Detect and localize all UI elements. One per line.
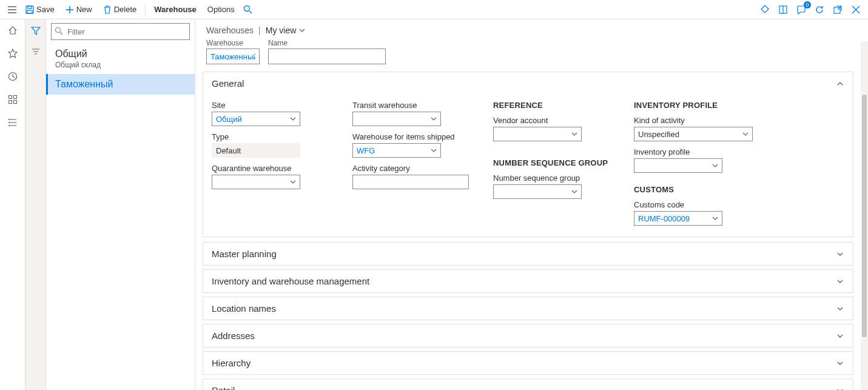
nsg-select[interactable] xyxy=(493,184,582,199)
transit-warehouse-select[interactable] xyxy=(352,112,441,126)
chevron-down-icon xyxy=(836,386,844,391)
chevron-down-icon xyxy=(286,115,300,123)
customs-code-select[interactable]: RUMF-000009 xyxy=(634,211,722,226)
new-button[interactable]: New xyxy=(61,3,97,16)
name-label: Name xyxy=(268,39,386,47)
office-icon[interactable] xyxy=(776,2,790,17)
inventory-profile-select[interactable] xyxy=(634,158,722,173)
customs-code-label: Customs code xyxy=(634,200,755,209)
save-button[interactable]: Save xyxy=(21,3,59,16)
nav-hamburger-icon[interactable] xyxy=(5,2,19,17)
svg-point-13 xyxy=(8,125,10,126)
section-header[interactable]: Retail xyxy=(203,379,853,390)
activity-category-input[interactable] xyxy=(352,175,469,189)
section-title: Inventory and warehouse management xyxy=(212,276,369,286)
filter-funnel-icon[interactable] xyxy=(28,23,44,39)
vendor-account-select[interactable] xyxy=(493,127,582,141)
customs-heading: CUSTOMS xyxy=(634,185,755,194)
list-item[interactable]: ОбщийОбщий склад xyxy=(46,44,195,74)
popout-icon[interactable] xyxy=(830,2,845,17)
chevron-down-icon xyxy=(836,250,844,258)
nsg-heading: NUMBER SEQUENCE GROUP xyxy=(493,158,614,167)
nsg-label: Number sequence group xyxy=(493,173,614,183)
inventory-profile-label: Inventory profile xyxy=(634,147,755,156)
chevron-down-icon xyxy=(298,27,306,34)
list-item-title: Общий xyxy=(55,49,187,59)
chevron-down-icon xyxy=(568,130,581,138)
svg-rect-2 xyxy=(27,10,32,13)
chevron-down-icon xyxy=(427,115,440,123)
section-general-header[interactable]: General xyxy=(203,72,853,95)
nav-favorites-icon[interactable] xyxy=(5,46,20,61)
view-selector[interactable]: My view xyxy=(266,25,306,35)
svg-point-14 xyxy=(56,28,61,33)
type-label: Type xyxy=(212,132,333,141)
save-label: Save xyxy=(36,5,55,14)
quarantine-warehouse-label: Quarantine warehouse xyxy=(212,164,333,173)
filter-lines-icon[interactable] xyxy=(28,44,44,59)
wfi-label: Warehouse for items shipped xyxy=(352,132,474,141)
delete-button[interactable]: Delete xyxy=(98,3,142,16)
section-title: Retail xyxy=(212,385,235,390)
main-scrollbar[interactable] xyxy=(861,41,868,390)
section-title: Location names xyxy=(212,303,276,314)
section-title: Hierarchy xyxy=(212,358,251,368)
section-header[interactable]: Location names xyxy=(203,297,853,320)
delete-label: Delete xyxy=(114,5,137,14)
nav-home-icon[interactable] xyxy=(5,23,20,38)
new-label: New xyxy=(76,5,92,14)
koa-select[interactable]: Unspecified xyxy=(634,127,753,141)
search-icon xyxy=(55,27,63,35)
breadcrumb-separator: | xyxy=(258,25,261,35)
warehouse-label: Warehouse xyxy=(206,39,260,47)
warehouse-field[interactable] xyxy=(206,49,260,64)
nav-modules-icon[interactable] xyxy=(5,115,20,130)
section-title: Master planning xyxy=(212,249,277,259)
type-field: Default xyxy=(212,143,300,158)
quarantine-warehouse-select[interactable] xyxy=(212,175,300,189)
site-label: Site xyxy=(212,101,333,110)
refresh-icon[interactable] xyxy=(812,2,827,17)
chevron-up-icon xyxy=(836,79,844,88)
attachments-icon[interactable] xyxy=(758,2,772,17)
reference-heading: REFERENCE xyxy=(493,101,614,110)
breadcrumb-module[interactable]: Warehouses xyxy=(206,25,254,35)
wfi-select[interactable]: WFG xyxy=(352,143,441,158)
chevron-down-icon xyxy=(836,277,844,286)
chevron-down-icon xyxy=(286,178,300,186)
site-select[interactable]: Общий xyxy=(212,112,300,126)
section-header[interactable]: Inventory and warehouse management xyxy=(203,270,853,292)
nav-recents-icon[interactable] xyxy=(5,69,20,84)
name-field[interactable] xyxy=(268,49,386,64)
tab-options[interactable]: Options xyxy=(203,3,240,16)
section-header[interactable]: Master planning xyxy=(203,243,853,265)
messages-icon[interactable]: 0 xyxy=(794,2,809,17)
chevron-down-icon xyxy=(739,130,752,138)
vendor-account-label: Vendor account xyxy=(493,116,614,125)
chevron-down-icon xyxy=(836,304,844,313)
list-item[interactable]: Таможенный xyxy=(46,74,195,95)
section-title: Addresses xyxy=(212,331,255,341)
chevron-down-icon xyxy=(708,215,722,222)
messages-badge: 0 xyxy=(804,1,811,8)
list-item-title: Таможенный xyxy=(55,79,187,90)
svg-rect-8 xyxy=(13,96,16,99)
filter-input[interactable] xyxy=(51,23,190,40)
chevron-down-icon xyxy=(427,147,440,154)
svg-point-12 xyxy=(8,122,10,123)
svg-rect-9 xyxy=(8,101,12,104)
transit-warehouse-label: Transit warehouse xyxy=(352,101,474,110)
chevron-down-icon xyxy=(568,188,581,195)
nav-workspaces-icon[interactable] xyxy=(5,92,20,107)
svg-rect-7 xyxy=(8,96,12,99)
tab-warehouse[interactable]: Warehouse xyxy=(149,3,201,16)
svg-point-3 xyxy=(244,5,249,11)
search-button[interactable] xyxy=(241,2,255,17)
chevron-down-icon xyxy=(836,332,844,340)
activity-category-label: Activity category xyxy=(352,164,474,173)
close-icon[interactable] xyxy=(849,2,863,17)
section-header[interactable]: Hierarchy xyxy=(203,352,853,374)
section-header[interactable]: Addresses xyxy=(203,324,853,347)
svg-rect-10 xyxy=(13,101,16,104)
inventory-profile-heading: INVENTORY PROFILE xyxy=(634,101,755,110)
